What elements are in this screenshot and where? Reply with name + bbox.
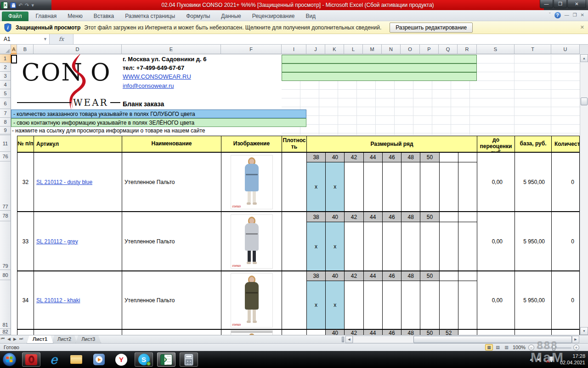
hscroll-right-icon[interactable]: ▶ <box>572 336 579 343</box>
col-D[interactable]: D <box>34 45 122 54</box>
opera-taskbar-button[interactable] <box>22 352 40 367</box>
tab-insert[interactable]: Вставка <box>88 12 120 21</box>
col-P[interactable]: P <box>420 45 439 54</box>
company-email-link[interactable]: info@consowear.ru <box>123 82 174 89</box>
row-5[interactable]: 5 <box>0 89 11 98</box>
col-R[interactable]: R <box>458 45 477 54</box>
density-cell[interactable] <box>282 212 307 270</box>
zoom-slider-thumb[interactable] <box>552 345 555 351</box>
tab-home[interactable]: Главная <box>30 12 62 21</box>
excel-app-icon[interactable]: X <box>1 2 8 9</box>
quantity-value[interactable]: 0 <box>552 212 579 270</box>
size-order-cell[interactable] <box>440 222 458 270</box>
name-box[interactable]: A1 ▼ <box>0 34 50 44</box>
size-order-cell[interactable] <box>420 281 439 329</box>
excel-taskbar-button[interactable]: X <box>157 352 175 367</box>
green-input-cell-1[interactable] <box>282 55 477 63</box>
namebox-dropdown-icon[interactable]: ▼ <box>43 37 47 41</box>
vscroll-thumb[interactable] <box>581 98 588 105</box>
help-icon[interactable]: ? <box>554 12 561 18</box>
row-80[interactable]: 80 <box>0 270 11 280</box>
sheet-tab-list3[interactable]: Лист3 <box>75 335 101 344</box>
zoom-level[interactable]: 100% <box>513 345 526 350</box>
minimize-ribbon-icon[interactable]: ˇ <box>549 13 550 17</box>
network-disconnected-icon[interactable]: ✕ <box>547 356 554 363</box>
row-11[interactable]: 11 <box>0 135 11 152</box>
density-cell[interactable] <box>282 271 307 329</box>
doc-restore-icon[interactable]: ❐ <box>573 13 577 17</box>
col-J[interactable]: J <box>306 45 325 54</box>
row-8[interactable]: 8 <box>0 118 11 126</box>
tab-review[interactable]: Рецензирование <box>247 12 300 21</box>
tab-formulas[interactable]: Формулы <box>181 12 215 21</box>
last-sheet-icon[interactable]: ⏭ <box>19 336 23 341</box>
size-order-cell[interactable] <box>420 222 439 270</box>
hscroll-left-icon[interactable]: ◀ <box>345 336 353 343</box>
row-1[interactable]: 1 <box>0 54 11 63</box>
close-button[interactable]: ✕ <box>567 0 586 8</box>
row-76[interactable]: 76 <box>0 152 11 161</box>
page-break-view-icon[interactable]: ▥ <box>503 344 510 351</box>
green-input-cell-2[interactable] <box>282 63 477 72</box>
size-order-cell[interactable] <box>458 281 477 329</box>
size-order-cell[interactable] <box>364 281 383 329</box>
customize-qat-icon[interactable]: ▾ <box>31 3 34 8</box>
size-order-cell[interactable]: x <box>307 281 326 329</box>
redo-icon[interactable]: ↷ <box>25 3 29 8</box>
size-order-cell[interactable] <box>440 281 458 329</box>
row-2[interactable]: 2 <box>0 63 11 72</box>
col-Q[interactable]: Q <box>439 45 458 54</box>
col-E[interactable]: E <box>122 45 221 54</box>
size-order-cell[interactable] <box>458 222 477 270</box>
green-input-cell-3[interactable] <box>282 72 477 81</box>
doc-close-icon[interactable]: ✕ <box>581 13 584 17</box>
size-order-cell[interactable] <box>401 281 420 329</box>
skype-taskbar-button[interactable]: S <box>135 352 153 367</box>
size-order-cell[interactable] <box>345 222 363 270</box>
scroll-down-icon[interactable]: ▼ <box>580 327 588 335</box>
row-78[interactable]: 78 <box>0 211 11 221</box>
tab-file[interactable]: Файл <box>2 12 28 21</box>
undo-icon[interactable]: ↶ <box>18 3 23 8</box>
col-K[interactable]: K <box>325 45 344 54</box>
sheet-tab-list2[interactable]: Лист2 <box>51 335 77 344</box>
selected-cell-a1[interactable] <box>11 55 17 63</box>
row-3[interactable]: 3 <box>0 72 11 80</box>
volume-icon[interactable] <box>537 357 543 362</box>
size-order-cell[interactable] <box>401 162 420 211</box>
size-order-cell[interactable] <box>383 281 401 329</box>
row-6[interactable]: 6 <box>0 98 11 109</box>
col-S[interactable]: S <box>477 45 514 54</box>
prev-sheet-icon[interactable]: ◀ <box>7 337 11 341</box>
size-order-cell[interactable] <box>383 162 401 211</box>
explorer-taskbar-button[interactable] <box>67 352 85 367</box>
hscroll-thumb[interactable] <box>413 336 572 343</box>
size-order-cell[interactable]: x <box>326 281 345 329</box>
col-F[interactable]: F <box>221 45 282 54</box>
tab-data[interactable]: Данные <box>215 12 246 21</box>
minimize-button[interactable]: — <box>540 0 553 8</box>
normal-view-icon[interactable]: ▦ <box>485 344 493 351</box>
size-order-cell[interactable] <box>458 162 477 211</box>
col-M[interactable]: M <box>363 45 382 54</box>
calculator-taskbar-button[interactable] <box>180 352 198 367</box>
size-order-cell[interactable]: x <box>326 222 345 270</box>
row-82[interactable]: 82 <box>0 329 11 335</box>
tray-expand-icon[interactable]: ▲ <box>529 357 533 362</box>
density-cell[interactable] <box>282 153 307 211</box>
select-all-corner[interactable] <box>0 45 11 54</box>
next-sheet-icon[interactable]: ▶ <box>13 337 17 341</box>
zoom-out-icon[interactable]: − <box>528 345 534 351</box>
size-order-cell[interactable] <box>383 222 401 270</box>
start-button[interactable] <box>2 352 17 367</box>
first-sheet-icon[interactable]: ⏮ <box>1 336 5 341</box>
ie-taskbar-button[interactable]: e <box>45 352 63 367</box>
quantity-value[interactable]: 0 <box>552 271 579 329</box>
sheet-tab-list1[interactable]: Лист1 <box>27 335 53 344</box>
row-7[interactable]: 7 <box>0 109 11 118</box>
size-order-cell[interactable]: x <box>307 162 326 211</box>
size-order-cell[interactable] <box>420 162 439 211</box>
col-I[interactable]: I <box>282 45 306 54</box>
message-bar-close-icon[interactable]: ✕ <box>580 24 584 30</box>
company-website-link[interactable]: WWW.CONSOWEAR.RU <box>123 73 191 80</box>
